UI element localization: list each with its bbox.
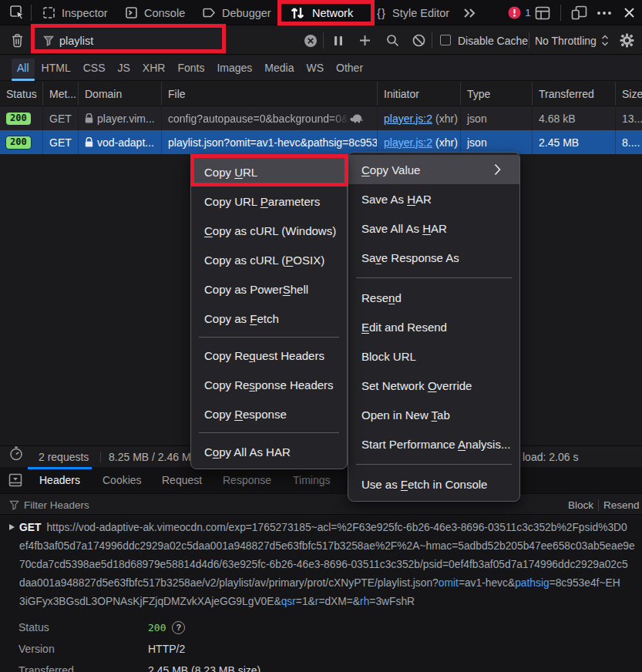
submenu-item-copy-request-headers[interactable]: Copy Request Headers: [191, 341, 347, 371]
filter-tab-css[interactable]: CSS: [78, 59, 111, 78]
submenu-item-copy-as-curl-windows[interactable]: Copy as cURL (Windows): [191, 216, 347, 245]
tab-style-editor[interactable]: {} Style Editor: [377, 0, 449, 25]
disable-cache-checkbox[interactable]: [440, 35, 451, 45]
tab-timings[interactable]: Timings: [293, 467, 331, 493]
requests-count[interactable]: 2 requests: [39, 446, 89, 468]
submenu-item-copy-all-as-har[interactable]: Copy All As HAR: [191, 437, 347, 466]
column-size[interactable]: Size: [616, 82, 642, 106]
column-domain[interactable]: Domain: [79, 82, 162, 106]
submenu-item-copy-as-fetch[interactable]: Copy as Fetch: [191, 304, 347, 333]
menu-item-set-network-override[interactable]: Set Network Override: [348, 371, 519, 400]
tab-headers[interactable]: Headers: [39, 467, 80, 493]
split-console-icon[interactable]: [533, 0, 553, 25]
column-initiator[interactable]: Initiator: [378, 82, 461, 106]
menu-item-resend[interactable]: Resend: [348, 283, 519, 312]
filter-tab-js[interactable]: JS: [112, 59, 135, 78]
request-row[interactable]: 200 GET player.vim... config?autopause=0…: [0, 106, 642, 130]
submenu-item-copy-response[interactable]: Copy Response: [191, 400, 347, 429]
cell-status: 200: [0, 106, 43, 130]
status-badge: 200: [6, 113, 31, 125]
filter-tab-other[interactable]: Other: [331, 59, 368, 78]
submenu-item-copy-url[interactable]: Copy URL: [191, 157, 347, 186]
filter-tab-html[interactable]: HTML: [36, 59, 76, 78]
menu-item-edit-and-resend[interactable]: Edit and Resend: [348, 312, 519, 341]
menu-separator: [356, 277, 512, 278]
settings-gear-icon[interactable]: [617, 26, 637, 55]
close-devtools-icon[interactable]: [618, 0, 640, 25]
filter-tab-xhr[interactable]: XHR: [137, 59, 171, 78]
tab-debugger[interactable]: Debugger: [202, 0, 271, 25]
tab-network[interactable]: Network: [289, 0, 353, 25]
filter-tab-ws[interactable]: WS: [301, 59, 329, 78]
cell-transferred: 2.45 MB: [533, 130, 616, 154]
toolbar-separator: [31, 5, 32, 21]
tab-label: Network: [312, 7, 353, 19]
details-pane-toggle-icon[interactable]: [8, 467, 22, 493]
style-editor-icon: {}: [377, 6, 386, 19]
tab-label: Debugger: [222, 7, 271, 19]
initiator-link[interactable]: player.js:2: [384, 113, 432, 125]
search-icon[interactable]: [384, 26, 401, 55]
filter-tab-all[interactable]: All: [12, 59, 35, 78]
tab-label: Inspector: [62, 7, 108, 19]
column-type[interactable]: Type: [461, 82, 533, 106]
clear-filter-icon[interactable]: [301, 26, 320, 55]
column-file[interactable]: File: [162, 82, 378, 106]
menu-item-open-in-new-tab[interactable]: Open in New Tab: [348, 400, 519, 429]
error-count-badge[interactable]: 1: [506, 0, 533, 25]
clear-requests-icon[interactable]: [8, 26, 26, 55]
submenu-item-copy-as-curl-posix[interactable]: Copy as cURL (POSIX): [191, 245, 347, 274]
add-request-icon[interactable]: [356, 26, 373, 55]
field-label: Version: [0, 643, 148, 655]
column-method[interactable]: Met...: [43, 82, 79, 106]
tab-inspector[interactable]: Inspector: [42, 0, 108, 25]
menu-item-start-performance-analysis[interactable]: Start Performance Analysis...: [348, 429, 519, 459]
requests-table-header: Status Met... Domain File Initiator Type…: [0, 82, 642, 106]
request-url-line: 3iGFyx3BGsdL3OPNAsKjFZjqDMZvkXAjeGG9LgV0…: [19, 593, 642, 611]
meatball-menu-icon[interactable]: [594, 0, 614, 25]
requests-filter-input[interactable]: playlist: [35, 29, 222, 52]
menu-item-save-as-har[interactable]: Save As HAR: [348, 184, 519, 213]
performance-stopwatch-icon[interactable]: [9, 446, 23, 468]
menu-item-save-response-as[interactable]: Save Response As: [348, 243, 519, 272]
throttling-select[interactable]: No Throttling: [535, 26, 609, 55]
devtools-tabbar: Inspector Console Debugger Network {} St…: [0, 0, 642, 25]
menu-item-use-as-fetch-in-console[interactable]: Use as Fetch in Console: [348, 469, 519, 499]
block-button[interactable]: Block: [568, 494, 593, 516]
lock-icon: [85, 113, 93, 123]
menu-item-copy-value[interactable]: Copy Value: [348, 155, 519, 184]
disable-cache-label[interactable]: Disable Cache: [458, 26, 528, 55]
tab-cookies[interactable]: Cookies: [103, 467, 142, 493]
resend-button[interactable]: Resend: [603, 494, 640, 516]
submenu-item-copy-url-parameters[interactable]: Copy URL Parameters: [191, 186, 347, 216]
responsive-design-icon[interactable]: [569, 0, 589, 25]
overflow-tabs-icon[interactable]: [460, 0, 479, 25]
expand-arrow-icon[interactable]: [9, 524, 15, 530]
context-menu: Copy ValueSave As HARSave All As HARSave…: [348, 152, 520, 502]
filter-tab-fonts[interactable]: Fonts: [172, 59, 210, 78]
request-row-selected[interactable]: 200 GET vod-adapt... playlist.json?omit=…: [0, 130, 642, 154]
pause-traffic-icon[interactable]: [330, 26, 347, 55]
tab-console[interactable]: Console: [125, 0, 185, 25]
column-status[interactable]: Status: [0, 82, 43, 106]
filter-tab-media[interactable]: Media: [259, 59, 299, 78]
block-url-icon[interactable]: [410, 26, 427, 55]
cell-size: 13...: [616, 106, 642, 130]
field-label: Transferred: [0, 664, 148, 672]
menu-item-save-all-as-har[interactable]: Save All As HAR: [348, 213, 519, 243]
menu-separator: [199, 432, 339, 433]
summary-row-version: VersionHTTP/2: [0, 638, 642, 660]
tab-response[interactable]: Response: [223, 467, 271, 493]
headers-filter-placeholder[interactable]: Filter Headers: [24, 494, 89, 516]
column-transferred[interactable]: Transferred: [533, 82, 616, 106]
tab-label: Style Editor: [392, 7, 449, 19]
menu-item-block-url[interactable]: Block URL: [348, 341, 519, 371]
submenu-item-copy-response-headers[interactable]: Copy Response Headers: [191, 371, 347, 400]
tab-request[interactable]: Request: [162, 467, 202, 493]
status-help-icon[interactable]: ?: [172, 621, 185, 634]
initiator-link[interactable]: player.js:2: [384, 136, 432, 149]
cell-file: playlist.json?omit=av1-hevc&pathsig=8c95…: [162, 130, 378, 154]
pick-element-icon[interactable]: [6, 0, 28, 25]
filter-tab-images[interactable]: Images: [211, 59, 257, 78]
submenu-item-copy-as-powershell[interactable]: Copy as PowerShell: [191, 274, 347, 304]
